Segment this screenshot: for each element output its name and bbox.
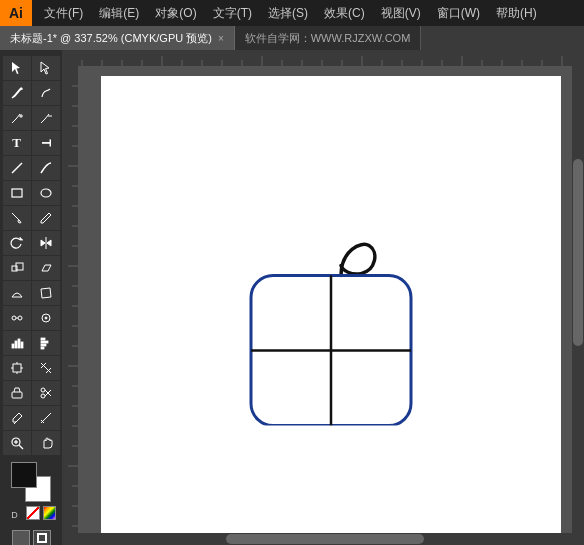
tool-brush[interactable] [3,206,31,230]
tool-delete-anchor[interactable] [32,106,60,130]
menu-type[interactable]: 文字(T) [205,0,260,26]
tool-zoom[interactable] [3,431,31,455]
svg-rect-71 [62,66,78,545]
tool-row-2 [1,81,61,105]
tab-bar: 未标题-1* @ 337.52% (CMYK/GPU 预览) × 软件自学网：W… [0,26,584,50]
default-colors-button[interactable]: D [6,506,23,524]
tool-measure[interactable] [32,406,60,430]
tool-scale[interactable] [3,256,31,280]
tool-row-13 [1,356,61,380]
tool-column-graph[interactable] [3,331,31,355]
tab-active[interactable]: 未标题-1* @ 337.52% (CMYK/GPU 预览) × [0,26,235,50]
scrollbar-vertical[interactable] [572,66,584,533]
svg-rect-45 [62,50,584,66]
tool-eyedropper[interactable] [3,406,31,430]
svg-rect-27 [41,347,44,349]
tool-scissor[interactable] [32,381,60,405]
stroke-mode-button[interactable] [33,530,51,545]
fill-mode-button[interactable] [12,530,30,545]
tool-reflect[interactable] [32,231,60,255]
color-swatches[interactable] [11,462,51,502]
svg-rect-7 [12,189,22,197]
tool-pencil[interactable] [32,206,60,230]
tool-type[interactable]: T [3,131,31,155]
tool-row-10 [1,281,61,305]
svg-rect-22 [18,339,20,348]
color-section: D [0,456,62,545]
scrollbar-thumb-vertical[interactable] [573,159,583,346]
tool-ellipse[interactable] [32,181,60,205]
tool-free-distort[interactable] [32,281,60,305]
svg-rect-24 [41,338,45,340]
svg-point-16 [18,316,22,320]
tool-slice[interactable] [32,356,60,380]
tool-row-11 [1,306,61,330]
canvas-content[interactable] [78,66,584,545]
fill-color-swatch[interactable] [11,462,37,488]
toolbar: T T [0,50,62,545]
tool-row-7 [1,206,61,230]
none-stroke-button[interactable] [26,506,39,520]
svg-rect-25 [41,341,48,343]
tool-row-5 [1,156,61,180]
svg-point-8 [41,189,51,197]
tool-row-3 [1,106,61,130]
svg-point-34 [41,388,45,392]
tool-shear[interactable] [32,256,60,280]
tool-rotate[interactable] [3,231,31,255]
tool-hand[interactable] [32,431,60,455]
tool-freeform[interactable] [32,81,60,105]
main-layout: T T [0,50,584,545]
svg-line-42 [19,445,23,449]
svg-point-19 [45,317,47,319]
tool-symbol[interactable] [32,306,60,330]
gradient-button[interactable] [43,506,56,520]
tool-row-16 [1,431,61,455]
svg-line-6 [12,163,22,173]
tool-rect[interactable] [3,181,31,205]
tab-inactive[interactable]: 软件自学网：WWW.RJZXW.COM [235,26,422,50]
scrollbar-thumb-horizontal[interactable] [226,534,424,544]
tool-add-anchor[interactable] [3,106,31,130]
tool-blend[interactable] [3,306,31,330]
canvas-area[interactable] [62,50,584,545]
menu-window[interactable]: 窗口(W) [429,0,488,26]
app-logo: Ai [0,0,32,26]
tool-bar-graph[interactable] [32,331,60,355]
menu-edit[interactable]: 编辑(E) [91,0,147,26]
menu-bar: 文件(F) 编辑(E) 对象(O) 文字(T) 选择(S) 效果(C) 视图(V… [32,0,584,26]
svg-marker-0 [12,62,20,74]
scrollbar-horizontal[interactable] [78,533,572,545]
svg-rect-28 [13,364,21,372]
tab-close-button[interactable]: × [218,33,224,44]
scrollbar-corner [572,533,584,545]
svg-rect-26 [41,344,46,346]
tool-pen[interactable] [3,81,31,105]
tool-row-6 [1,181,61,205]
ruler-vertical [62,66,78,545]
tool-row-4: T T [1,131,61,155]
svg-rect-23 [21,342,23,348]
tool-selection[interactable] [3,56,31,80]
menu-effect[interactable]: 效果(C) [316,0,373,26]
menu-select[interactable]: 选择(S) [260,0,316,26]
tool-row-14 [1,381,61,405]
tool-direct-select[interactable] [32,56,60,80]
tool-arc[interactable] [32,156,60,180]
tool-row-15 [1,406,61,430]
svg-marker-1 [41,62,49,74]
menu-object[interactable]: 对象(O) [147,0,204,26]
view-mode-buttons [6,530,56,545]
tool-warp[interactable] [3,281,31,305]
tool-eraser[interactable] [3,381,31,405]
svg-marker-10 [41,240,45,246]
artboard[interactable] [101,76,561,536]
tool-vertical-type[interactable]: T [32,131,60,155]
menu-help[interactable]: 帮助(H) [488,0,545,26]
menu-view[interactable]: 视图(V) [373,0,429,26]
tool-line[interactable] [3,156,31,180]
color-extras: D [6,506,56,524]
menu-file[interactable]: 文件(F) [36,0,91,26]
tool-artboard[interactable] [3,356,31,380]
svg-point-2 [20,88,22,90]
